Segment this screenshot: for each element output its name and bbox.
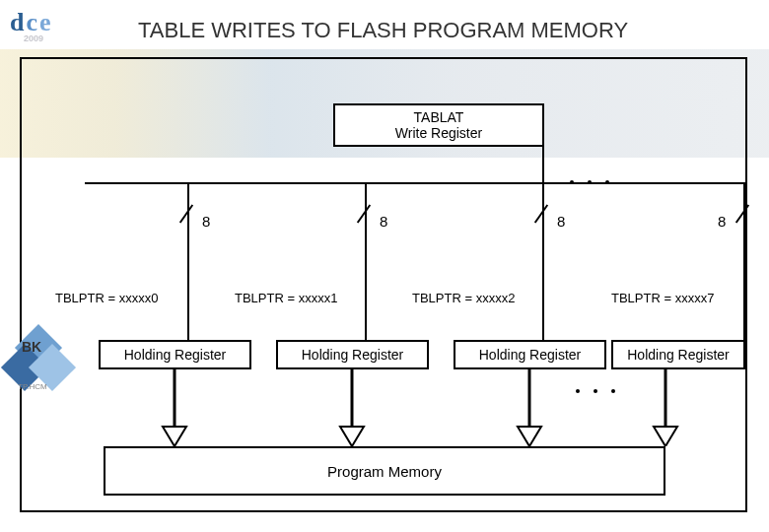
page-title: TABLE WRITES TO FLASH PROGRAM MEMORY [138,18,628,43]
svg-marker-1 [163,427,186,446]
arrow-2 [515,369,544,446]
arrow-7 [651,369,680,446]
logo-letter-e: e [39,8,53,36]
bk-badge: BK TP.HCM [2,327,75,390]
bus-vertical [542,147,544,182]
arrow-0 [160,369,189,446]
svg-marker-5 [518,427,541,446]
logo: dce 2009 [10,8,53,43]
holding-register-2: Holding Register [454,340,606,369]
bus-ellipsis-dot [588,180,592,184]
tblptr-label-1: TBLPTR = xxxxx1 [235,291,337,305]
tablat-line2: Write Register [395,125,482,141]
bus-horizontal [85,182,745,184]
tblptr-label-0: TBLPTR = xxxxx0 [55,291,158,305]
program-memory-box: Program Memory [104,446,665,496]
holding-ellipsis-dot [594,389,597,393]
bits-label-1: 8 [380,213,387,230]
svg-marker-7 [654,427,677,446]
bits-label-0: 8 [202,213,210,230]
holding-ellipsis-dot [611,389,615,393]
holding-register-0: Holding Register [99,340,251,369]
holding-register-7: Holding Register [611,340,745,369]
tblptr-label-7: TBLPTR = xxxxx7 [611,291,714,305]
tablat-line1: TABLAT [414,109,464,125]
badge-text: BK [22,339,41,355]
tablat-register-box: TABLAT Write Register [333,103,544,147]
bus-ellipsis-dot [605,180,609,184]
badge-subtext: TP.HCM [18,382,47,391]
svg-marker-3 [340,427,364,446]
holding-register-1: Holding Register [276,340,429,369]
bus-ellipsis-dot [570,180,574,184]
holding-ellipsis-dot [576,389,580,393]
tblptr-label-2: TBLPTR = xxxxx2 [412,291,515,305]
logo-letter-d: d [10,8,26,36]
arrow-1 [337,369,367,446]
bits-label-2: 8 [557,213,565,230]
bits-label-7: 8 [718,213,726,230]
logo-letter-c: c [26,8,39,36]
